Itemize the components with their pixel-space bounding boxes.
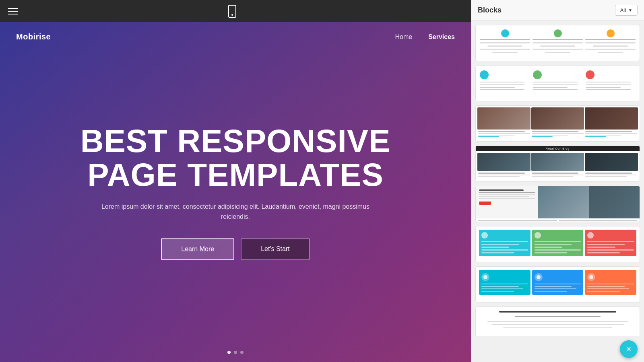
block-circles-row: [476, 66, 640, 95]
red-badge: [479, 202, 491, 205]
teal-icon-1: [501, 29, 509, 37]
hamburger-menu-icon[interactable]: [8, 8, 18, 14]
panel-header: Blocks All ▼: [471, 0, 644, 21]
mobile-preview-icon[interactable]: [228, 5, 236, 18]
tbo-card-1: [479, 270, 530, 295]
dot-3[interactable]: [240, 351, 244, 354]
colored-card-1: [479, 230, 530, 256]
dot-1[interactable]: [227, 351, 231, 354]
tbo-icon-3: [587, 273, 595, 281]
nav-bar: Mobirise Home Services: [0, 22, 471, 51]
block8-subtitle: [515, 316, 601, 317]
dev-photo-2: [589, 186, 640, 218]
hero-title: BEST RESPONSIVE PAGE TEMPLATES: [54, 124, 417, 192]
dot-2[interactable]: [234, 351, 237, 354]
block2-item-1: [480, 70, 530, 90]
panel-title: Blocks: [478, 6, 502, 14]
carousel-dots: [227, 351, 244, 354]
blocks-list: Read Our Blog: [471, 21, 644, 336]
blog-photo-1: [477, 153, 530, 171]
tbo-icon-1: [481, 273, 489, 281]
block-thumb-8[interactable]: [475, 306, 640, 336]
blog-photo-3: [585, 153, 638, 171]
learn-more-button[interactable]: Learn More: [161, 238, 234, 260]
circle-icon-2: [533, 70, 542, 79]
hero-content: BEST RESPONSIVE PAGE TEMPLATES Lorem ips…: [54, 124, 417, 260]
orange-icon-3: [607, 29, 615, 37]
colored-card-2: [532, 230, 584, 256]
card-icon-3: [587, 232, 594, 239]
hero-buttons: Learn More Let's Start: [54, 238, 417, 260]
dev-photo-1: [538, 186, 589, 218]
nav-link-home[interactable]: Home: [395, 33, 412, 41]
lets-start-button[interactable]: Let's Start: [241, 238, 310, 260]
block2-item-3: [586, 70, 636, 90]
chevron-down-icon: ▼: [628, 8, 632, 12]
canvas-area: Mobirise Home Services BEST RESPONSIVE P…: [0, 22, 471, 362]
block-thumb-1[interactable]: [475, 25, 640, 61]
filter-button[interactable]: All ▼: [615, 5, 638, 16]
tbo-card-3: [585, 270, 636, 295]
photo-1: [477, 107, 530, 130]
block-thumb-6[interactable]: [475, 226, 640, 262]
block-item-3: [585, 29, 636, 53]
colored-card-3: [585, 230, 636, 256]
block-item-1: [480, 29, 530, 53]
block-item-2: [533, 29, 583, 53]
block-thumb-3[interactable]: [475, 105, 640, 142]
dev-text-col: [476, 186, 538, 218]
editor-area: Mobirise Home Services BEST RESPONSIVE P…: [0, 0, 471, 362]
block-thumb-7[interactable]: [475, 266, 640, 302]
block2-item-2: [533, 70, 583, 90]
hero-subtitle: Lorem ipsum dolor sit amet, consectetur …: [95, 202, 376, 222]
circle-icon-1: [480, 70, 489, 79]
top-toolbar: [0, 0, 471, 22]
website-preview: Mobirise Home Services BEST RESPONSIVE P…: [0, 22, 471, 362]
close-panel-button[interactable]: ×: [620, 340, 638, 358]
nav-link-services[interactable]: Services: [428, 33, 455, 41]
block-thumb-4[interactable]: Read Our Blog: [475, 146, 640, 182]
device-preview-controls: [228, 5, 236, 18]
block-thumb-2[interactable]: [475, 65, 640, 101]
nav-logo: Mobirise: [16, 32, 51, 41]
block-thumb-5[interactable]: [475, 186, 640, 222]
block-icons-row: [476, 25, 640, 58]
circle-icon-3: [586, 70, 594, 79]
blog-header: Read Our Blog: [476, 146, 640, 151]
card-icon-2: [535, 232, 541, 239]
photo-2: [531, 107, 584, 130]
green-icon-2: [554, 29, 562, 37]
tbo-icon-2: [535, 273, 543, 281]
right-panel: Blocks All ▼: [471, 0, 644, 362]
block8-title: [499, 311, 616, 313]
photo-3: [585, 107, 638, 130]
nav-links: Home Services: [395, 33, 455, 41]
tbo-card-2: [532, 270, 584, 295]
card-icon-1: [481, 232, 488, 239]
blog-photo-2: [531, 153, 584, 171]
